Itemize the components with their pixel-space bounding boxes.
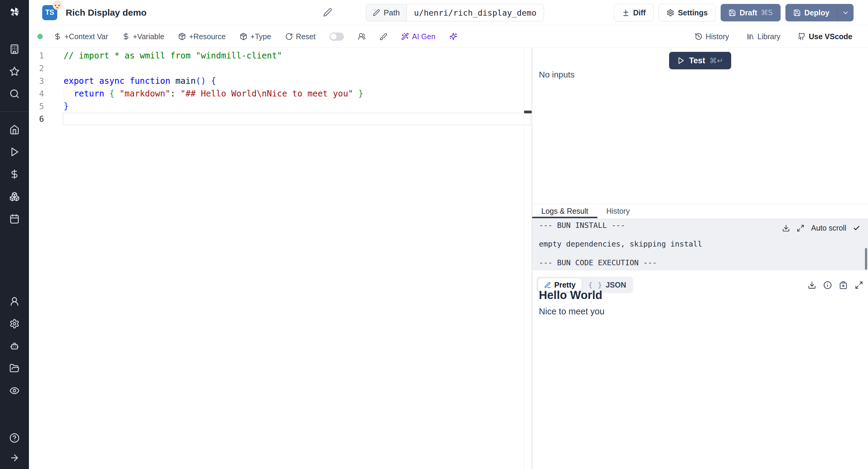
sidebar-item-variables[interactable]: [9, 169, 20, 179]
pretty-label: Pretty: [554, 281, 576, 289]
sidebar-item-workspace[interactable]: [9, 44, 20, 54]
expand-logs-button[interactable]: [797, 224, 804, 232]
code-line[interactable]: export async function main() {: [64, 75, 364, 87]
library-button[interactable]: Library: [747, 32, 780, 41]
run-panel: Test ⌘↵ No inputs Logs & Result History …: [532, 48, 868, 469]
log-controls: Auto scroll: [782, 224, 860, 232]
add-resource-label: +Resource: [189, 32, 226, 41]
copy-result-button[interactable]: [839, 281, 847, 289]
dollar-icon: [9, 169, 20, 179]
use-vscode-button[interactable]: Use VScode: [798, 32, 852, 41]
folder-open-icon: [9, 363, 20, 373]
baby-emoji: [53, 1, 62, 10]
log-scrollbar[interactable]: [865, 248, 867, 270]
ai-gen-button[interactable]: AI Gen: [401, 32, 435, 41]
users-icon: [358, 33, 366, 40]
draft-button[interactable]: Draft ⌘S: [721, 4, 781, 22]
sidebar-expand-button[interactable]: [9, 453, 20, 463]
pen-icon: [544, 282, 551, 289]
draft-shortcut: ⌘S: [761, 8, 772, 17]
braces-icon: { }: [588, 281, 603, 289]
log-lines: --- BUN INSTALL --- empty dependencies, …: [539, 221, 702, 268]
sidebar-item-resources[interactable]: [9, 191, 20, 201]
result-actions: [808, 281, 863, 289]
dollar-icon: [122, 33, 130, 40]
download-result-button[interactable]: [808, 281, 816, 289]
ai-sparkles-button[interactable]: [450, 33, 457, 40]
sidebar-item-home[interactable]: [9, 124, 20, 135]
sidebar: [0, 0, 29, 469]
add-variable-label: +Variable: [133, 32, 164, 41]
diff-icon: [622, 9, 629, 17]
multiplayer-button[interactable]: [358, 33, 366, 40]
history-clock-icon: [695, 33, 703, 40]
path-value[interactable]: u/henri/rich_display_demo: [407, 4, 544, 21]
home-icon: [9, 124, 20, 135]
dollar-icon: [54, 33, 61, 40]
code-editor[interactable]: 123456 // import * as wmill from "windmi…: [29, 48, 532, 469]
add-context-var-button[interactable]: +Context Var: [54, 32, 108, 41]
toolbar-right-items: History Library Use VScode: [695, 32, 852, 41]
windmill-logo[interactable]: [7, 5, 22, 19]
language-badge: TS: [42, 5, 57, 20]
line-number: 1: [29, 50, 44, 62]
header-actions: Diff Settings Draft ⌘S Deploy: [614, 4, 854, 22]
test-shortcut: ⌘↵: [710, 56, 723, 65]
download-logs-button[interactable]: [782, 224, 790, 232]
settings-label: Settings: [678, 8, 708, 17]
sidebar-item-workers[interactable]: [9, 341, 20, 351]
auto-scroll-label[interactable]: Auto scroll: [811, 224, 846, 232]
sidebar-item-users[interactable]: [9, 296, 20, 307]
download-icon: [808, 281, 816, 289]
sidebar-item-runs[interactable]: [9, 147, 20, 157]
settings-button[interactable]: Settings: [658, 4, 716, 22]
format-button[interactable]: [379, 33, 387, 40]
code-line[interactable]: }: [64, 100, 364, 113]
sidebar-divider: [0, 112, 29, 112]
no-inputs-text: No inputs: [539, 70, 575, 80]
edit-summary-button[interactable]: [323, 8, 332, 17]
code-line[interactable]: [64, 62, 364, 75]
sidebar-item-help[interactable]: [9, 433, 20, 443]
check-icon: [853, 224, 860, 232]
tab-logs-result-label: Logs & Result: [541, 207, 588, 216]
add-variable-button[interactable]: +Variable: [122, 32, 164, 41]
sidebar-item-favorites[interactable]: [9, 66, 20, 76]
line-number: 5: [29, 100, 44, 113]
tab-history-label: History: [607, 207, 630, 216]
multiplayer-toggle[interactable]: [330, 33, 344, 41]
tab-logs-result[interactable]: Logs & Result: [532, 204, 597, 218]
deploy-button[interactable]: Deploy: [785, 4, 837, 22]
history-label: History: [706, 32, 729, 41]
code-line[interactable]: [64, 113, 364, 125]
expand-result-button[interactable]: [855, 281, 863, 289]
brush-icon: [379, 33, 387, 40]
add-resource-button[interactable]: +Resource: [178, 32, 226, 41]
sidebar-admin-group: [9, 296, 20, 396]
path-edit-button[interactable]: Path: [366, 4, 407, 21]
diff-button[interactable]: Diff: [614, 4, 654, 22]
sidebar-item-schedules[interactable]: [9, 214, 20, 224]
sidebar-item-search[interactable]: [9, 89, 20, 99]
reset-button[interactable]: Reset: [285, 32, 315, 41]
toolbar-left-items: +Context Var +Variable +Resource +Type R…: [54, 32, 457, 41]
add-type-button[interactable]: +Type: [240, 32, 271, 41]
expand-icon: [797, 224, 804, 232]
play-icon: [9, 147, 20, 157]
tab-history[interactable]: History: [597, 204, 639, 218]
test-button[interactable]: Test ⌘↵: [669, 52, 731, 69]
sidebar-item-folders[interactable]: [9, 363, 20, 373]
line-number: 2: [29, 62, 44, 75]
code-line[interactable]: // import * as wmill from "windmill-clie…: [64, 50, 364, 62]
code-content[interactable]: // import * as wmill from "windmill-clie…: [64, 50, 364, 125]
sidebar-item-settings[interactable]: [9, 319, 20, 329]
result-markdown: Hello World Nice to meet you: [539, 289, 859, 316]
code-line[interactable]: return { "markdown": "## Hello World\nNi…: [64, 87, 364, 100]
result-info-button[interactable]: [824, 281, 832, 289]
sparkles-icon: [450, 33, 457, 40]
deploy-dropdown-button[interactable]: [837, 4, 854, 22]
download-icon: [782, 224, 790, 232]
history-button[interactable]: History: [695, 32, 729, 41]
gear-icon: [667, 9, 674, 17]
sidebar-item-audit-logs[interactable]: [9, 385, 20, 396]
